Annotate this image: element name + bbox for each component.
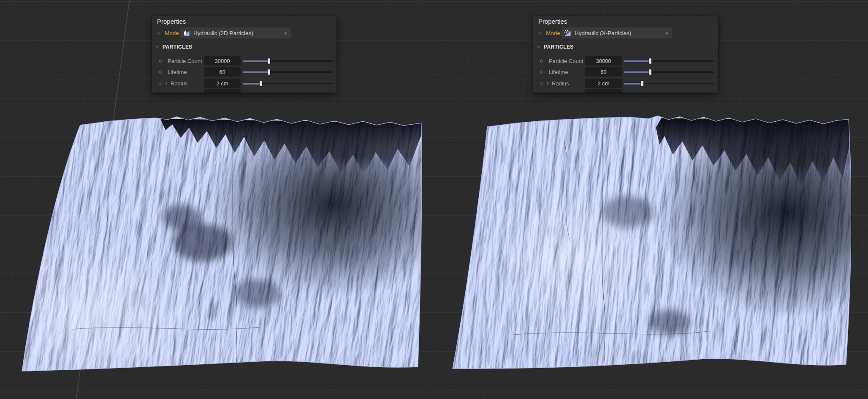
slider-fill [624,83,642,85]
dropdown-arrow-icon: ▾ [666,31,668,36]
mode-dropdown[interactable]: Hydraulic (X-Particles) ▾ [561,27,672,38]
keyframe-diamond-icon[interactable]: ◇ [157,30,160,35]
particle-count-value: 30000 [214,58,230,64]
lifetime-slider[interactable] [243,66,333,77]
slider-fill [243,71,269,73]
hydraulic-2d-particles-icon [182,29,190,37]
lifetime-value: 60 [600,69,606,75]
expand-arrow-icon[interactable]: › [165,80,167,86]
mode-row: ◇ Mode Hydraulic (2D Particles) ▾ [152,27,336,38]
particle-count-slider[interactable] [243,55,333,66]
slider-fill [624,71,650,73]
keyframe-diamond-icon[interactable]: ◇ [159,58,162,63]
hydraulic-x-particles-icon [564,29,571,37]
slider-fill [243,83,261,85]
particle-count-row: ◇ Particle Count 30000 [533,55,718,66]
keyframe-diamond-icon[interactable]: ◇ [538,30,542,35]
mode-row: ◇ Mode Hydraulic (X-Particles) ▾ [533,27,718,38]
keyframe-diamond-icon[interactable]: ◇ [159,81,162,85]
panel-divider [533,41,718,41]
param-label: Lifetime [168,69,187,75]
radius-input[interactable]: 2 cm [585,79,622,88]
panel-title: Properties [538,18,567,25]
properties-panel-right: Properties ◇ Mode Hydraulic (X-Particles… [533,16,718,93]
collapse-chevron-icon: › [536,46,542,48]
keyframe-diamond-icon[interactable]: ◇ [540,81,543,85]
param-label: Particle Count [549,58,583,64]
slider-handle[interactable] [641,81,643,86]
expand-arrow-icon[interactable]: › [547,80,548,86]
radius-value: 2 cm [597,80,609,87]
mode-dropdown-value: Hydraulic (X-Particles) [575,30,631,36]
radius-row: ◇ › Radius 2 cm [152,78,336,89]
properties-panel-left: Properties ◇ Mode Hydraulic (2D Particle… [152,16,336,93]
particles-section-header[interactable]: › PARTICLES [152,43,336,52]
particle-count-row: ◇ Particle Count 30000 [152,55,336,66]
collapse-chevron-icon: › [155,46,160,48]
section-label: PARTICLES [163,44,193,50]
radius-value: 2 cm [216,80,228,87]
lifetime-value: 60 [219,69,225,75]
keyframe-diamond-icon[interactable]: ◇ [540,58,543,63]
lifetime-slider[interactable] [624,66,714,77]
lifetime-input[interactable]: 60 [585,67,622,77]
mode-dropdown-value: Hydraulic (2D Particles) [193,30,253,36]
viewport-3d[interactable]: Properties ◇ Mode Hydraulic (2D Particle… [0,0,868,399]
keyframe-diamond-icon[interactable]: ◇ [540,69,543,74]
panel-divider [152,41,336,41]
terrain-render-2d-particles[interactable] [21,116,422,373]
slider-handle[interactable] [260,81,262,86]
particles-section-header[interactable]: › PARTICLES [533,43,718,52]
param-label: Lifetime [549,69,568,75]
terrain-render-x-particles[interactable] [450,115,851,372]
slider-fill [624,60,650,62]
slider-handle[interactable] [268,58,270,64]
param-label: Radius [171,80,187,87]
mode-label: Mode [165,30,179,36]
lifetime-row: ◇ Lifetime 60 [152,66,336,77]
dropdown-arrow-icon: ▾ [285,31,287,36]
lifetime-input[interactable]: 60 [204,67,241,77]
keyframe-diamond-icon[interactable]: ◇ [159,69,162,74]
clipped-row-dotted-edge [155,91,334,91]
mode-dropdown[interactable]: Hydraulic (2D Particles) ▾ [180,27,291,38]
radius-slider[interactable] [243,78,333,89]
slider-handle[interactable] [649,58,651,64]
mode-label: Mode [546,30,560,36]
radius-input[interactable]: 2 cm [204,79,241,88]
radius-slider[interactable] [624,78,714,89]
lifetime-row: ◇ Lifetime 60 [533,66,718,77]
slider-fill [243,60,269,62]
section-label: PARTICLES [544,44,574,50]
param-label: Radius [552,80,569,87]
slider-handle[interactable] [268,69,270,75]
panel-title: Properties [157,18,186,25]
slider-handle[interactable] [649,69,651,75]
particle-count-value: 30000 [596,58,611,64]
particle-count-input[interactable]: 30000 [204,56,241,66]
radius-row: ◇ › Radius 2 cm [533,78,718,89]
param-label: Particle Count [168,58,202,64]
clipped-row-dotted-edge [536,91,716,91]
particle-count-input[interactable]: 30000 [585,56,622,66]
particle-count-slider[interactable] [624,55,714,66]
